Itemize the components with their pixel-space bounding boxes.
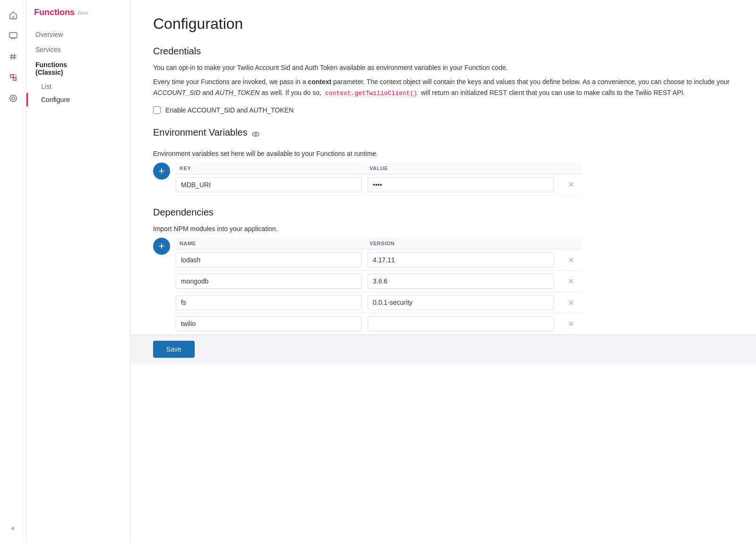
env-vars-key-header: KEY xyxy=(180,165,369,171)
credentials-desc2: Every time your Functions are invoked, w… xyxy=(153,77,733,98)
table-row: ✕ xyxy=(176,250,582,271)
dep-remove-btn-2[interactable]: ✕ xyxy=(559,296,582,309)
dep-remove-btn-0[interactable]: ✕ xyxy=(559,254,582,267)
dep-remove-btn-3[interactable]: ✕ xyxy=(559,318,582,330)
credentials-desc2-mid1: parameter. The context object will conta… xyxy=(333,78,730,86)
page-title: Configuration xyxy=(153,15,733,33)
table-row: ✕ xyxy=(176,313,582,335)
dep-version-input-1[interactable] xyxy=(368,274,554,289)
sidebar-item-list[interactable]: List xyxy=(26,80,130,93)
svg-line-3 xyxy=(14,54,15,60)
svg-rect-0 xyxy=(12,16,15,19)
credentials-desc2-code: context.getTwilioClient() xyxy=(323,89,419,97)
enable-credentials-label[interactable]: Enable ACCOUNT_SID and AUTH_TOKEN xyxy=(165,106,293,114)
add-dependency-btn[interactable]: + xyxy=(153,238,170,255)
svg-rect-1 xyxy=(9,33,17,38)
sidebar-item-services[interactable]: Services xyxy=(26,42,130,57)
enable-credentials-checkbox[interactable] xyxy=(153,106,161,114)
env-vars-table-header: KEY VALUE xyxy=(176,163,582,174)
functions-icon-btn[interactable] xyxy=(4,68,23,87)
table-row: ✕ xyxy=(176,271,582,292)
dep-name-input-0[interactable] xyxy=(176,252,362,267)
credentials-section: Credentials You can opt-in to make your … xyxy=(153,46,733,114)
dependencies-table: NAME VERSION ✕ ✕ ✕ xyxy=(176,238,582,335)
credentials-desc2-italic1: ACCOUNT_SID xyxy=(153,89,200,96)
svg-point-9 xyxy=(255,133,257,135)
dependencies-table-area: + NAME VERSION ✕ ✕ xyxy=(153,238,733,335)
dep-name-input-1[interactable] xyxy=(176,274,362,289)
dependencies-table-header: NAME VERSION xyxy=(176,238,582,250)
chat-icon-btn[interactable] xyxy=(4,26,23,45)
table-row: ✕ xyxy=(176,292,582,313)
brand-name: Functions xyxy=(34,8,75,17)
env-vars-value-header: VALUE xyxy=(369,165,559,171)
env-vars-title-row: Environment Variables xyxy=(153,127,733,144)
support-icon-btn[interactable] xyxy=(4,89,23,108)
svg-point-7 xyxy=(12,97,15,100)
dependencies-desc: Import NPM modules into your application… xyxy=(153,224,733,234)
dep-remove-btn-1[interactable]: ✕ xyxy=(559,275,582,288)
env-vars-table-area: + KEY VALUE ✕ xyxy=(153,163,733,196)
env-vars-section: Environment Variables Environment variab… xyxy=(153,127,733,196)
brand-badge: Beta xyxy=(77,10,88,16)
svg-point-8 xyxy=(252,132,259,137)
credentials-desc2-bold: context xyxy=(308,78,332,86)
dep-version-input-3[interactable] xyxy=(368,316,554,331)
dependencies-title: Dependencies xyxy=(153,207,733,218)
sidebar-item-functions-classic[interactable]: Functions(Classic) xyxy=(26,57,130,80)
dep-action-header xyxy=(559,241,582,246)
icon-rail: « xyxy=(0,0,26,543)
dep-version-header: VERSION xyxy=(369,241,559,246)
credentials-desc2-mid3: as well. If you do so, xyxy=(261,89,323,96)
dep-name-header: NAME xyxy=(180,241,369,246)
credentials-desc2-mid2: and xyxy=(202,89,215,96)
svg-point-6 xyxy=(10,95,17,102)
credentials-checkbox-row: Enable ACCOUNT_SID and AUTH_TOKEN xyxy=(153,106,733,114)
credentials-desc2-prefix: Every time your Functions are invoked, w… xyxy=(153,78,308,86)
eye-icon xyxy=(251,130,260,140)
save-button[interactable]: Save xyxy=(153,341,195,358)
env-vars-table: KEY VALUE ✕ xyxy=(176,163,582,196)
credentials-desc1: You can opt-in to make your Twilio Accou… xyxy=(153,62,733,73)
env-vars-desc: Environment variables set here will be a… xyxy=(153,148,733,159)
collapse-sidebar-btn[interactable]: « xyxy=(4,520,23,535)
add-env-var-btn[interactable]: + xyxy=(153,163,170,180)
main-content: Configuration Credentials You can opt-in… xyxy=(130,0,756,543)
env-var-value-input-0[interactable] xyxy=(368,177,554,192)
sidebar-brand: Functions Beta xyxy=(26,8,130,27)
credentials-desc2-end: will return an initialized REST client t… xyxy=(421,89,685,96)
save-bar: Save xyxy=(130,335,756,363)
sidebar-item-overview[interactable]: Overview xyxy=(26,27,130,42)
dep-name-input-2[interactable] xyxy=(176,295,362,310)
hash-icon-btn[interactable] xyxy=(4,47,23,66)
home-icon-btn[interactable] xyxy=(4,6,23,25)
env-vars-action-header xyxy=(559,165,582,171)
dep-version-input-2[interactable] xyxy=(368,295,554,310)
env-var-remove-btn-0[interactable]: ✕ xyxy=(559,178,582,191)
dep-name-input-3[interactable] xyxy=(176,316,362,331)
dep-version-input-0[interactable] xyxy=(368,252,554,267)
credentials-title: Credentials xyxy=(153,46,733,57)
credentials-desc2-italic2: AUTH_TOKEN xyxy=(215,89,260,96)
env-vars-title: Environment Variables xyxy=(153,127,248,138)
sidebar-item-configure[interactable]: Configure xyxy=(26,93,130,106)
table-row: ✕ xyxy=(176,174,582,196)
env-var-key-input-0[interactable] xyxy=(176,177,362,192)
svg-line-2 xyxy=(11,54,12,60)
dependencies-section: Dependencies Import NPM modules into you… xyxy=(153,207,733,335)
sidebar: Functions Beta Overview Services Functio… xyxy=(26,0,130,543)
icon-rail-bottom: « xyxy=(4,520,23,535)
